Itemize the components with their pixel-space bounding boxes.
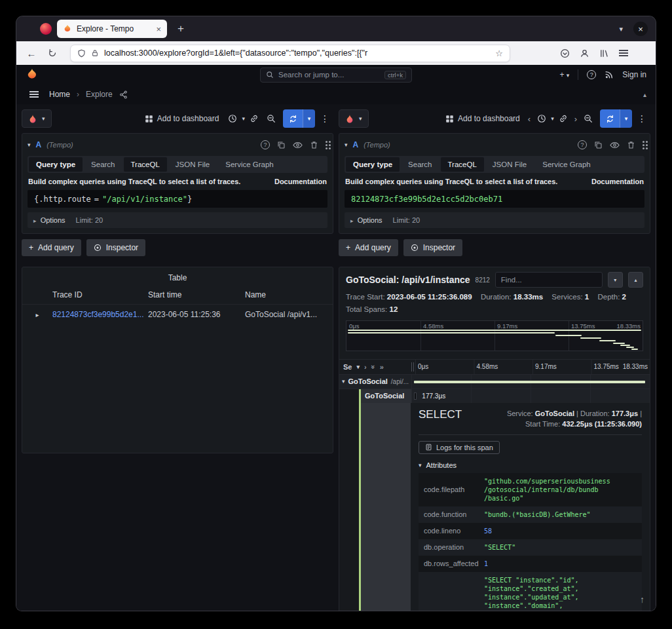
- back-icon[interactable]: ←: [23, 45, 40, 62]
- tab-list-chevron-icon[interactable]: ▾: [619, 25, 623, 33]
- breadcrumb-current: Explore: [86, 90, 113, 99]
- span-detail-header[interactable]: SELECT Service: GoToSocial | Duration: 1…: [419, 408, 642, 435]
- browser-tab[interactable]: Explore - Tempo ×: [57, 20, 167, 38]
- trash-icon[interactable]: [310, 141, 318, 149]
- find-prev-button[interactable]: ▴: [628, 272, 643, 288]
- grafana-logo[interactable]: [26, 68, 39, 81]
- run-interval-caret-icon[interactable]: ▾: [620, 109, 632, 128]
- share-icon[interactable]: [119, 90, 128, 99]
- news-rss-icon[interactable]: [605, 70, 614, 79]
- span-bar[interactable]: [414, 381, 645, 383]
- collapse-chevron-icon[interactable]: ▾: [345, 142, 348, 148]
- drag-handle-icon[interactable]: [643, 141, 644, 143]
- time-shift-forward-icon[interactable]: ›: [572, 114, 579, 124]
- url-bar[interactable]: localhost:3000/explore?orgId=1&left={"da…: [70, 45, 510, 62]
- trace-id-link[interactable]: 82124873cf3e99b5d2e1...: [52, 310, 148, 319]
- span-collapse-icon[interactable]: ▾: [342, 378, 345, 385]
- reload-icon[interactable]: [44, 45, 61, 62]
- tab-close-icon[interactable]: ×: [156, 24, 161, 34]
- query-row-header[interactable]: ▾ A (Tempo) ?: [345, 137, 644, 153]
- span-row-root[interactable]: ▾ GoToSocial /api/...: [339, 375, 650, 389]
- collapse-chevron-icon[interactable]: ▴: [643, 91, 646, 98]
- service-operation-header[interactable]: Se ▾ › » »: [339, 360, 411, 374]
- documentation-link[interactable]: Documentation: [591, 178, 644, 185]
- pane-kebab-icon[interactable]: ⋮: [316, 113, 333, 124]
- plus-icon: +: [346, 243, 350, 252]
- add-query-button[interactable]: +Add query: [339, 239, 398, 256]
- add-query-button[interactable]: +Add query: [22, 239, 81, 256]
- column-resizer[interactable]: [411, 362, 414, 372]
- tab-service-graph[interactable]: Service Graph: [218, 157, 281, 172]
- link-button[interactable]: [246, 109, 262, 128]
- logs-for-span-button[interactable]: Logs for this span: [419, 441, 500, 454]
- sign-in-link[interactable]: Sign in: [622, 70, 646, 79]
- tab-json-file[interactable]: JSON File: [168, 157, 217, 172]
- tab-traceql[interactable]: TraceQL: [124, 157, 167, 172]
- query-help-icon[interactable]: ?: [578, 140, 587, 149]
- run-query-button[interactable]: ▾: [600, 109, 632, 128]
- run-interval-caret-icon[interactable]: ▾: [303, 109, 315, 128]
- duplicate-icon[interactable]: [277, 141, 286, 149]
- time-shift-back-icon[interactable]: ‹: [526, 114, 532, 124]
- help-icon[interactable]: ?: [587, 70, 596, 79]
- time-picker-caret-icon[interactable]: ▾: [551, 115, 554, 122]
- time-picker-button[interactable]: [534, 109, 550, 128]
- attributes-section-toggle[interactable]: ▾ Attributes: [419, 461, 642, 469]
- search-input[interactable]: Search or jump to... ctrl+k: [260, 67, 412, 83]
- row-expander-icon[interactable]: ▸: [22, 311, 52, 318]
- documentation-link[interactable]: Documentation: [274, 178, 327, 185]
- new-tab-button[interactable]: +: [172, 22, 189, 35]
- collapse-all-icon[interactable]: »: [369, 365, 377, 369]
- trash-icon[interactable]: [627, 141, 635, 149]
- breadcrumb-home[interactable]: Home: [49, 90, 70, 99]
- library-icon[interactable]: [595, 45, 612, 62]
- scroll-to-top-icon[interactable]: ↑: [640, 594, 644, 605]
- query-help-icon[interactable]: ?: [261, 140, 270, 149]
- pocket-icon[interactable]: [556, 45, 573, 62]
- menu-icon[interactable]: [615, 45, 632, 62]
- datasource-picker[interactable]: ▾: [339, 109, 369, 128]
- span-service-value: GoToSocial: [535, 410, 574, 417]
- collapse-chevron-icon[interactable]: ▾: [28, 142, 31, 148]
- add-to-dashboard-button[interactable]: Add to dashboard: [140, 109, 224, 128]
- span-bar[interactable]: [414, 392, 417, 400]
- window-close-button[interactable]: ×: [633, 22, 648, 36]
- disable-eye-icon[interactable]: [293, 141, 303, 149]
- run-query-button[interactable]: ▾: [283, 109, 315, 128]
- datasource-picker[interactable]: ▾: [22, 109, 52, 128]
- new-menu-button[interactable]: + ▾: [559, 70, 569, 79]
- mega-menu-icon[interactable]: [26, 86, 43, 103]
- add-to-dashboard-button[interactable]: Add to dashboard: [441, 109, 525, 128]
- time-picker-caret-icon[interactable]: ▾: [242, 115, 245, 122]
- tab-json-file[interactable]: JSON File: [485, 157, 534, 172]
- query-options-row[interactable]: ▸ Options Limit: 20: [345, 212, 644, 228]
- traceql-editor[interactable]: 82124873cf3e99b5d2e1cc5d2bc0eb71: [345, 190, 644, 208]
- query-row-header[interactable]: ▾ A (Tempo) ?: [28, 137, 327, 153]
- inspector-icon: [411, 244, 419, 252]
- drag-handle-icon[interactable]: [326, 141, 327, 143]
- trace-minimap[interactable]: 0μs 4.58ms 9.17ms 13.75ms 18.33ms: [346, 320, 643, 351]
- find-input[interactable]: Find...: [495, 272, 603, 288]
- traceql-editor[interactable]: {.http.route="/api/v1/instance"}: [28, 190, 327, 208]
- zoom-out-button[interactable]: [580, 109, 596, 128]
- tab-search[interactable]: Search: [84, 157, 122, 172]
- tab-service-graph[interactable]: Service Graph: [535, 157, 598, 172]
- inspector-button[interactable]: Inspector: [86, 239, 145, 256]
- inspector-button[interactable]: Inspector: [403, 239, 462, 256]
- query-options-row[interactable]: ▸ Options Limit: 20: [28, 212, 327, 228]
- table-row[interactable]: ▸ 82124873cf3e99b5d2e1... 2023-06-05 11:…: [22, 304, 333, 324]
- duplicate-icon[interactable]: [594, 141, 603, 149]
- tab-traceql[interactable]: TraceQL: [441, 157, 484, 172]
- time-picker-button[interactable]: [225, 109, 240, 128]
- tab-search[interactable]: Search: [401, 157, 439, 172]
- account-icon[interactable]: [576, 45, 593, 62]
- expand-all-icon[interactable]: »: [380, 363, 384, 371]
- span-row-selected[interactable]: GoToSocial 177.3μs: [339, 389, 650, 403]
- disable-eye-icon[interactable]: [610, 141, 620, 149]
- find-next-button[interactable]: ▾: [608, 272, 623, 288]
- zoom-out-button[interactable]: [263, 109, 279, 128]
- pane-kebab-icon[interactable]: ⋮: [633, 113, 650, 124]
- collapse-one-icon[interactable]: ›: [364, 363, 367, 371]
- bookmark-star-icon[interactable]: ☆: [495, 48, 503, 58]
- link-button[interactable]: [555, 109, 571, 128]
